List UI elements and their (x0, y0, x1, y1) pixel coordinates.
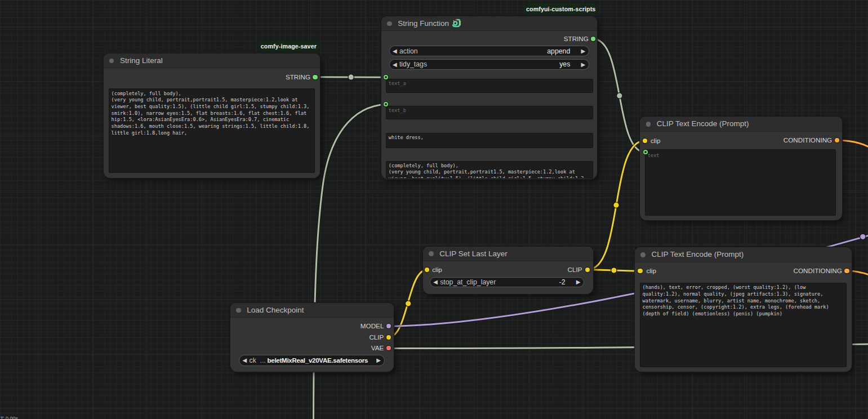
node-title-bar[interactable]: CLIP Text Encode (Prompt) (635, 247, 852, 262)
link-offscreen-to-text-b (314, 104, 387, 419)
widget-value: beletMixReal_v20VAE.safetensors (267, 355, 368, 365)
output-slot-string: STRING (564, 35, 589, 43)
widget-name: ck (249, 355, 256, 365)
arrow-right-icon[interactable]: ▶ (581, 60, 586, 69)
node-title-bar[interactable]: String Function (381, 16, 597, 31)
node-title-bar[interactable]: String Literal (104, 54, 320, 69)
node-load-checkpoint[interactable]: Load Checkpoint MODEL CLIP VAE ◀ ck ... … (230, 303, 394, 372)
node-title-bar[interactable]: CLIP Text Encode (Prompt) (640, 117, 842, 132)
combo-widget-action[interactable]: ◀ action append ▶ (389, 46, 589, 56)
node-title: String Function (398, 16, 449, 31)
text-widget[interactable]: text (645, 149, 836, 216)
collapse-dot-icon[interactable] (236, 308, 241, 313)
badge-comfyui-custom-scripts: comfyui-custom-scripts (525, 3, 597, 15)
text-c-widget[interactable]: white dress, (386, 133, 593, 149)
output-dot-string[interactable] (591, 37, 595, 41)
pysssss-snake-icon (452, 19, 461, 28)
link-dot[interactable] (406, 301, 411, 306)
output-slot-clip: CLIP (568, 266, 582, 274)
input-slot-clip: clip (651, 137, 661, 145)
output-dot-clip[interactable] (585, 268, 590, 272)
widget-value: -2 (559, 278, 566, 287)
collapse-dot-icon[interactable] (109, 59, 114, 64)
output-dot-vae[interactable] (386, 346, 391, 350)
input-dot-clip[interactable] (425, 268, 429, 272)
node-title: CLIP Text Encode (Prompt) (657, 117, 749, 131)
output-slot-model: MODEL (360, 322, 384, 330)
node-title-bar[interactable]: Load Checkpoint (230, 303, 394, 318)
link-dot[interactable] (860, 234, 866, 239)
combo-widget-stop-at-clip-layer[interactable]: ◀ stop_at_clip_layer -2 ▶ (430, 277, 584, 287)
output-slot-string: STRING (286, 73, 310, 81)
output-dot-clip[interactable] (386, 335, 391, 340)
text-widget[interactable]: (completely, full body), (very young chi… (109, 88, 315, 173)
arrow-right-icon[interactable]: ▶ (376, 355, 381, 365)
text-widget[interactable]: (hands), text, error, cropped, (worst qu… (640, 283, 847, 367)
text-a-widget[interactable]: text_a (386, 79, 593, 93)
link-dot[interactable] (611, 268, 617, 273)
output-slot-clip: CLIP (369, 333, 384, 341)
widget-ellipsis: ... (260, 355, 265, 365)
widget-name: tidy_tags (399, 60, 427, 69)
collapse-dot-icon[interactable] (429, 251, 434, 256)
link-dot[interactable] (613, 202, 619, 208)
arrow-left-icon[interactable]: ◀ (393, 46, 397, 56)
node-clip-text-encode-negative[interactable]: CLIP Text Encode (Prompt) clip CONDITION… (635, 247, 852, 372)
text-d-widget[interactable]: (completely, full body), (very young chi… (386, 161, 593, 179)
node-string-function[interactable]: String Function STRING ◀ action append ▶… (381, 16, 597, 179)
arrow-left-icon[interactable]: ◀ (433, 278, 438, 287)
output-slot-vae: VAE (371, 344, 384, 352)
arrow-left-icon[interactable]: ◀ (393, 60, 397, 69)
output-slot-conditioning: CONDITIONING (794, 267, 842, 275)
collapse-dot-icon[interactable] (387, 21, 392, 26)
output-dot-conditioning[interactable] (844, 269, 849, 273)
node-title: CLIP Set Last Layer (439, 247, 508, 261)
output-dot-model[interactable] (386, 324, 391, 328)
node-title: CLIP Text Encode (Prompt) (651, 247, 744, 262)
node-string-literal[interactable]: String Literal STRING (completely, full … (104, 54, 320, 178)
combo-widget-ckpt-name[interactable]: ◀ ck ... beletMixReal_v20VAE.safetensors… (239, 355, 384, 366)
node-clip-text-encode-positive[interactable]: CLIP Text Encode (Prompt) clip CONDITION… (640, 117, 842, 220)
link-dot[interactable] (348, 74, 354, 80)
widget-value: yes (559, 60, 570, 69)
widget-value: append (547, 46, 570, 56)
input-dot-clip[interactable] (638, 269, 642, 273)
output-slot-conditioning: CONDITIONING (784, 136, 832, 144)
input-slot-clip: clip (646, 267, 656, 275)
collapse-dot-icon[interactable] (646, 122, 651, 127)
arrow-left-icon[interactable]: ◀ (242, 355, 247, 365)
output-dot-conditioning[interactable] (835, 138, 839, 142)
arrow-right-icon[interactable]: ▶ (581, 46, 586, 56)
execution-time-status: T: 0.00s (1, 416, 19, 419)
comfyui-graph-canvas[interactable]: String Literal STRING (completely, full … (0, 0, 868, 419)
node-title-bar[interactable]: CLIP Set Last Layer (423, 247, 593, 261)
input-dot-clip[interactable] (643, 139, 647, 143)
collapse-dot-icon[interactable] (640, 252, 646, 257)
text-b-widget[interactable]: text_b (386, 106, 593, 120)
badge-comfy-image-saver: comfy-image-saver (258, 41, 320, 51)
input-slot-clip: clip (432, 266, 442, 274)
combo-widget-tidy-tags[interactable]: ◀ tidy_tags yes ▶ (389, 59, 589, 70)
output-dot-string[interactable] (313, 75, 317, 79)
widget-name: action (399, 46, 418, 56)
node-clip-set-last-layer[interactable]: CLIP Set Last Layer clip CLIP ◀ stop_at_… (423, 247, 593, 295)
arrow-right-icon[interactable]: ▶ (576, 278, 581, 287)
node-title: String Literal (120, 54, 163, 68)
node-title: Load Checkpoint (247, 303, 304, 318)
link-dot[interactable] (617, 93, 622, 99)
widget-name: stop_at_clip_layer (440, 278, 496, 287)
